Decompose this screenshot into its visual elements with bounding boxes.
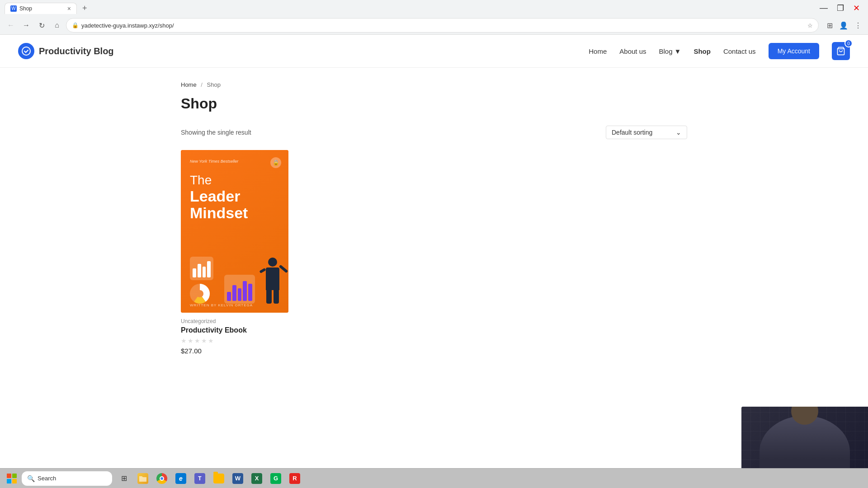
breadcrumb-separator: /	[201, 81, 203, 88]
nav-about[interactable]: About us	[619, 47, 646, 55]
nav-home[interactable]: Home	[589, 47, 607, 55]
sort-chevron-icon: ⌄	[676, 129, 681, 136]
tab-title: Shop	[19, 5, 32, 12]
address-url: yadetective-guya.instawp.xyz/shop/	[81, 22, 174, 29]
browser-tab[interactable]: W Shop ×	[5, 3, 77, 14]
middle-chart	[224, 275, 255, 304]
cart-wrapper: 0	[832, 42, 850, 60]
nav-shop[interactable]: Shop	[693, 47, 711, 55]
minimize-btn[interactable]: —	[816, 2, 831, 14]
ssl-lock-icon: 🔒	[72, 22, 79, 28]
person-leg-right	[274, 290, 279, 304]
person-arm-left	[259, 268, 266, 273]
breadcrumb: Home / Shop	[181, 81, 687, 88]
person-leg-left	[266, 290, 272, 304]
svg-point-0	[22, 47, 30, 55]
chart-bar-c	[238, 288, 242, 301]
person-silhouette	[760, 416, 850, 469]
sort-dropdown[interactable]: Default sorting ⌄	[606, 126, 687, 139]
product-stars: ★ ★ ★ ★ ★	[181, 337, 288, 344]
book-lock-icon: 🔒	[270, 157, 281, 168]
my-account-btn[interactable]: My Account	[769, 43, 819, 59]
person-head	[268, 258, 277, 267]
bar-chart-box	[190, 257, 213, 280]
star-5: ★	[208, 337, 214, 344]
book-author: Written by Kelvin Ortega	[190, 303, 253, 307]
nav-blog[interactable]: Blog ▼	[659, 47, 681, 55]
address-right-icons: ☆	[807, 22, 813, 29]
browser-controls: ← → ↻ ⌂ 🔒 yadetective-guya.instawp.xyz/s…	[0, 16, 868, 34]
video-content	[741, 407, 868, 469]
sort-label: Default sorting	[612, 129, 652, 136]
site-title: Productivity Blog	[39, 46, 114, 56]
product-price: $27.00	[181, 347, 288, 355]
extensions-icon[interactable]: ⊞	[825, 19, 835, 32]
star-2: ★	[188, 337, 193, 344]
page-content: Home / Shop Shop Showing the single resu…	[163, 68, 705, 368]
product-category: Uncategorized	[181, 318, 288, 324]
bar3	[203, 267, 206, 277]
bar1	[193, 268, 196, 277]
person-figure	[266, 258, 279, 304]
left-charts	[190, 257, 213, 304]
book-illustration	[190, 249, 279, 304]
video-person-area	[741, 407, 868, 469]
home-nav-btn[interactable]: ⌂	[51, 19, 63, 32]
bar-chart-row	[227, 279, 252, 301]
logo-icon	[18, 43, 34, 59]
book-main-title: Leader Mindset	[190, 188, 279, 222]
bar2	[198, 264, 201, 277]
tab-close-btn[interactable]: ×	[67, 5, 71, 12]
nav-contact[interactable]: Contact us	[723, 47, 756, 55]
taskbar: 🔍 Search ⊞ e T	[0, 468, 868, 469]
pie-chart	[190, 284, 210, 304]
person-body	[266, 267, 279, 290]
star-3: ★	[194, 337, 200, 344]
product-grid: New York Times Bestseller 🔒 The Leader M…	[181, 150, 407, 355]
bookmark-icon[interactable]: ☆	[807, 22, 813, 29]
page-title: Shop	[181, 95, 687, 112]
star-4: ★	[201, 337, 207, 344]
profile-icon[interactable]: 👤	[837, 19, 850, 32]
product-card[interactable]: New York Times Bestseller 🔒 The Leader M…	[181, 150, 288, 355]
book-title-area: The Leader Mindset	[190, 173, 279, 221]
more-options-icon[interactable]: ⋮	[853, 19, 863, 32]
breadcrumb-current: Shop	[207, 81, 221, 88]
bar4	[207, 261, 211, 277]
address-bar[interactable]: 🔒 yadetective-guya.instawp.xyz/shop/ ☆	[66, 18, 819, 33]
cart-badge: 0	[844, 39, 853, 47]
new-tab-btn[interactable]: +	[79, 2, 91, 15]
person-legs	[266, 290, 279, 304]
book-bestseller-text: New York Times Bestseller	[190, 159, 279, 164]
breadcrumb-home[interactable]: Home	[181, 81, 197, 88]
main-nav: Home About us Blog ▼ Shop Contact us My …	[589, 42, 850, 60]
result-count: Showing the single result	[181, 129, 251, 136]
forward-btn[interactable]: →	[20, 19, 33, 32]
window-controls: — ❐ ✕	[816, 2, 863, 14]
blog-dropdown-icon: ▼	[675, 47, 681, 55]
video-overlay	[741, 407, 868, 469]
person-arm-right	[279, 265, 288, 273]
product-image: New York Times Bestseller 🔒 The Leader M…	[181, 150, 288, 313]
product-name[interactable]: Productivity Ebook	[181, 326, 288, 334]
back-btn[interactable]: ←	[5, 19, 17, 32]
chart-bar-a	[227, 292, 231, 301]
browser-right-icons: ⊞ 👤 ⋮	[825, 19, 863, 32]
chart-bar-b	[232, 285, 236, 301]
logo-area[interactable]: Productivity Blog	[18, 43, 114, 59]
person-video-head	[791, 407, 818, 425]
close-btn[interactable]: ✕	[849, 2, 863, 14]
reload-btn[interactable]: ↻	[35, 19, 48, 32]
tab-favicon: W	[10, 5, 17, 12]
star-1: ★	[181, 337, 187, 344]
chart-bar-e	[248, 284, 252, 301]
shop-toolbar: Showing the single result Default sortin…	[181, 126, 687, 139]
site-header: Productivity Blog Home About us Blog ▼ S…	[0, 35, 868, 68]
website-container: Productivity Blog Home About us Blog ▼ S…	[0, 35, 868, 469]
browser-titlebar: W Shop × + — ❐ ✕	[0, 0, 868, 16]
browser-chrome: W Shop × + — ❐ ✕ ← → ↻ ⌂ 🔒 yadetective-g…	[0, 0, 868, 35]
restore-btn[interactable]: ❐	[833, 2, 848, 14]
chart-bar-d	[243, 281, 247, 301]
